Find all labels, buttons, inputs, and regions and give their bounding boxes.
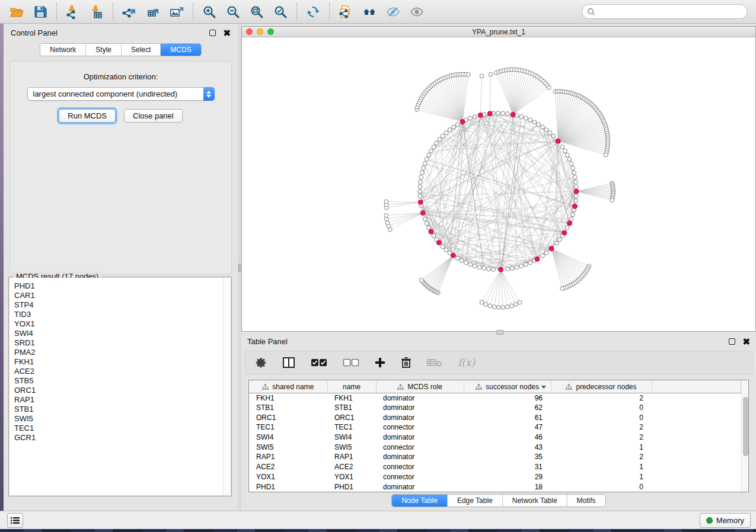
network-node[interactable] bbox=[537, 123, 541, 127]
cell[interactable]: 96 bbox=[464, 393, 551, 403]
tab-mcds[interactable]: MCDS bbox=[160, 44, 200, 56]
add-column-icon[interactable] bbox=[375, 354, 385, 371]
table-row[interactable]: STB1STB1dominator620 bbox=[249, 403, 741, 413]
leaf-node[interactable] bbox=[496, 305, 500, 309]
network-canvas[interactable] bbox=[242, 37, 755, 331]
network-node[interactable] bbox=[425, 157, 429, 161]
column-header-blank[interactable] bbox=[652, 380, 741, 393]
cell[interactable] bbox=[652, 403, 741, 413]
show-all-button[interactable] bbox=[405, 2, 429, 22]
leaf-node[interactable] bbox=[604, 153, 608, 157]
refresh-button[interactable] bbox=[301, 2, 325, 22]
delete-column-icon[interactable] bbox=[401, 354, 412, 371]
network-node[interactable] bbox=[565, 153, 569, 157]
network-graph[interactable] bbox=[242, 37, 755, 331]
tab-select[interactable]: Select bbox=[121, 44, 160, 56]
cell[interactable]: RAP1 bbox=[249, 452, 327, 462]
select-all-icon[interactable] bbox=[311, 354, 327, 371]
zoom-fit-button[interactable] bbox=[245, 2, 269, 22]
cell[interactable]: 2 bbox=[551, 432, 652, 443]
network-node[interactable] bbox=[482, 266, 486, 270]
leaf-node[interactable] bbox=[560, 287, 564, 291]
mcds-result-item[interactable]: PHD1 bbox=[14, 281, 223, 291]
leaf-node[interactable] bbox=[384, 213, 388, 217]
zoom-out-button[interactable] bbox=[221, 2, 245, 22]
cell[interactable]: SWI5 bbox=[327, 442, 376, 452]
network-node[interactable] bbox=[528, 118, 532, 122]
mcds-list-scrollbar[interactable] bbox=[223, 278, 231, 495]
export-table-button[interactable] bbox=[141, 2, 165, 22]
cell[interactable]: FKH1 bbox=[249, 393, 327, 403]
mcds-result-item[interactable]: ORC1 bbox=[14, 386, 223, 395]
import-network-button[interactable] bbox=[61, 2, 85, 22]
mcds-node[interactable] bbox=[573, 204, 578, 209]
cell[interactable]: YOX1 bbox=[249, 472, 327, 482]
cell[interactable]: TEC1 bbox=[249, 422, 327, 432]
cell[interactable]: SWI5 bbox=[249, 442, 327, 452]
mcds-result-item[interactable]: SWI4 bbox=[14, 329, 223, 338]
leaf-node[interactable] bbox=[492, 305, 496, 309]
cell[interactable]: 0 bbox=[551, 403, 652, 413]
save-button[interactable] bbox=[28, 2, 52, 22]
cell[interactable]: 1 bbox=[551, 462, 652, 472]
mcds-node[interactable] bbox=[451, 253, 455, 258]
duplicate-network-button[interactable] bbox=[334, 2, 358, 22]
mcds-result-listbox[interactable]: PHD1CAR1STP4TID3YOX1SWI4SRD1PMA2FKH1ACE2… bbox=[9, 278, 231, 495]
network-node[interactable] bbox=[571, 213, 575, 217]
cell[interactable] bbox=[652, 393, 741, 403]
close-panel-icon[interactable]: ✖ bbox=[223, 30, 231, 36]
table-tab-node-table[interactable]: Node Table bbox=[392, 495, 447, 507]
zoom-selected-button[interactable] bbox=[269, 2, 292, 22]
network-node[interactable] bbox=[541, 125, 545, 129]
table-row[interactable]: ORC1ORC1dominator610 bbox=[249, 412, 741, 422]
mcds-node[interactable] bbox=[478, 113, 483, 117]
mcds-result-item[interactable]: FKH1 bbox=[14, 357, 223, 367]
mcds-node[interactable] bbox=[556, 139, 560, 143]
column-header-shared-name[interactable]: shared name bbox=[249, 380, 327, 393]
network-node[interactable] bbox=[563, 149, 567, 153]
cell[interactable]: 0 bbox=[551, 412, 652, 422]
export-image-button[interactable] bbox=[165, 2, 189, 22]
close-panel-button[interactable]: Close panel bbox=[124, 109, 183, 123]
network-node[interactable] bbox=[425, 222, 429, 226]
mcds-result-item[interactable]: STB1 bbox=[14, 405, 223, 414]
cell[interactable]: ACE2 bbox=[327, 462, 376, 472]
cell[interactable]: RAP1 bbox=[327, 452, 376, 462]
network-node[interactable] bbox=[524, 116, 528, 120]
network-node[interactable] bbox=[444, 248, 448, 252]
mcds-node[interactable] bbox=[549, 246, 554, 251]
leaf-node[interactable] bbox=[480, 300, 484, 305]
column-header-predecessor-nodes[interactable]: predecessor nodes bbox=[551, 380, 652, 393]
cell[interactable]: 18 bbox=[464, 482, 551, 492]
mcds-result-item[interactable]: ACE2 bbox=[14, 367, 223, 376]
cell[interactable]: 1 bbox=[551, 442, 652, 452]
mcds-result-item[interactable]: STP4 bbox=[14, 300, 223, 310]
network-node[interactable] bbox=[492, 267, 496, 271]
network-node[interactable] bbox=[468, 116, 473, 120]
cell[interactable]: dominator bbox=[376, 452, 464, 462]
cell[interactable]: 2 bbox=[551, 422, 652, 432]
cell[interactable]: STB1 bbox=[327, 403, 376, 413]
network-node[interactable] bbox=[432, 234, 436, 238]
cell[interactable]: 62 bbox=[464, 403, 551, 413]
memory-button[interactable]: Memory bbox=[700, 513, 751, 528]
network-titlebar[interactable]: YPA_prune.txt_1 bbox=[242, 27, 755, 37]
cell[interactable]: 2 bbox=[551, 393, 652, 403]
network-node[interactable] bbox=[419, 175, 423, 180]
cell[interactable]: 29 bbox=[464, 472, 551, 482]
open-folder-button[interactable] bbox=[5, 2, 28, 22]
network-node[interactable] bbox=[418, 185, 422, 189]
network-node[interactable] bbox=[487, 267, 491, 271]
cell[interactable] bbox=[652, 452, 741, 462]
mcds-result-item[interactable]: RAP1 bbox=[14, 395, 223, 405]
network-node[interactable] bbox=[510, 266, 514, 270]
mcds-node[interactable] bbox=[487, 111, 492, 116]
search-box[interactable] bbox=[582, 4, 748, 19]
leaf-node[interactable] bbox=[501, 305, 505, 309]
cell[interactable]: 35 bbox=[464, 452, 551, 462]
tab-network[interactable]: Network bbox=[40, 44, 85, 56]
network-node[interactable] bbox=[420, 171, 424, 175]
network-node[interactable] bbox=[567, 157, 572, 161]
network-node[interactable] bbox=[423, 217, 427, 221]
network-node[interactable] bbox=[477, 265, 481, 270]
